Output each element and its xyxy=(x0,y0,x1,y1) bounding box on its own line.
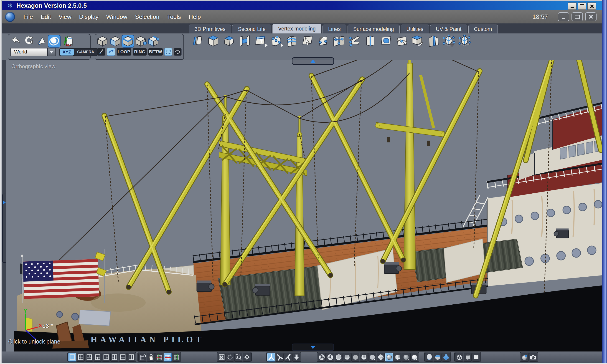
grid-snap-icon[interactable] xyxy=(164,353,172,362)
flat-sphere-icon[interactable] xyxy=(368,353,376,362)
wire-box-icon[interactable] xyxy=(455,353,463,362)
axis-y-view-icon[interactable] xyxy=(267,353,275,362)
tube-icon[interactable] xyxy=(464,353,472,362)
menu-help[interactable]: Help xyxy=(185,13,205,20)
smooth-minus-icon[interactable]: − xyxy=(458,34,471,48)
world-selector-value[interactable]: World xyxy=(11,48,48,56)
metaballs-icon[interactable] xyxy=(442,353,450,362)
lasso-select-icon[interactable] xyxy=(174,48,182,56)
wireframe-globe2-icon[interactable] xyxy=(326,353,334,362)
loop-insert-icon[interactable] xyxy=(285,34,299,48)
gray-sphere-icon[interactable] xyxy=(351,353,359,362)
wireframe-globe-icon[interactable] xyxy=(318,353,326,362)
collapse-top-handle[interactable] xyxy=(292,57,334,65)
menu-window[interactable]: Window xyxy=(102,13,131,20)
layout-two-top-one-bottom-icon[interactable] xyxy=(85,353,93,362)
plane-lock-hint[interactable]: Click to unlock plane xyxy=(8,338,60,345)
menu-selection[interactable]: Selection xyxy=(131,13,163,20)
smooth-object-icon[interactable] xyxy=(222,34,236,48)
bevel-icon[interactable] xyxy=(191,34,204,48)
tab-utilities[interactable]: Utilities xyxy=(401,25,429,33)
panel-minimize-icon[interactable] xyxy=(558,12,569,21)
title-bar[interactable]: ❄ Hexagon Version 2.5.0.5 xyxy=(2,1,602,10)
layout-vsplit-icon[interactable] xyxy=(127,353,135,362)
close-icon[interactable] xyxy=(587,2,596,10)
panel-close-icon[interactable] xyxy=(585,12,596,21)
center-view-icon[interactable] xyxy=(243,353,251,362)
xyz-toggle[interactable]: XYZ xyxy=(60,49,74,55)
grid-link-icon[interactable] xyxy=(138,353,146,362)
tweak-points-icon[interactable] xyxy=(269,34,283,48)
grid-lock-icon[interactable] xyxy=(147,353,155,362)
dense-wire-globe2-icon[interactable] xyxy=(360,353,368,362)
material-sphere-icon[interactable] xyxy=(521,353,529,362)
dynamic-geometry-sphere-icon[interactable] xyxy=(48,35,61,48)
tab-surface-modeling[interactable]: Surface modeling xyxy=(347,25,400,33)
dense-wire-globe-icon[interactable] xyxy=(343,353,351,362)
redo-icon[interactable] xyxy=(22,35,35,48)
menu-file[interactable]: File xyxy=(20,13,37,20)
world-dropdown-icon[interactable] xyxy=(48,48,55,56)
panels-icon[interactable] xyxy=(472,353,480,362)
select-arrow-icon[interactable] xyxy=(107,48,115,56)
select-object-cube-icon[interactable] xyxy=(96,35,109,48)
layout-hsplit-icon[interactable] xyxy=(119,353,127,362)
undo-icon[interactable] xyxy=(10,35,22,48)
sweep-surface-icon[interactable] xyxy=(301,34,314,48)
shaded-wire-sphere-icon[interactable] xyxy=(394,353,401,362)
collapse-left-handle[interactable] xyxy=(2,194,7,263)
select-face-cube-icon[interactable] xyxy=(109,35,121,48)
fold-edge-icon[interactable] xyxy=(426,34,440,48)
axis-tilt-right-icon[interactable] xyxy=(284,353,292,362)
grid-axes-icon[interactable] xyxy=(155,353,163,362)
tab-vertex-modeling[interactable]: Vertex modeling xyxy=(272,24,321,33)
patch-icon[interactable] xyxy=(379,34,393,48)
tab-3d-primitives[interactable]: 3D Primitives xyxy=(189,25,231,33)
rectangle-marquee-icon[interactable] xyxy=(164,48,172,56)
fan-smooth-icon[interactable] xyxy=(348,34,361,48)
rotate-face-icon[interactable] xyxy=(410,34,424,48)
layout-one-top-two-bottom-icon[interactable] xyxy=(93,353,102,362)
layout-single-icon[interactable] xyxy=(68,353,76,362)
menu-tools[interactable]: Tools xyxy=(163,13,185,20)
loop-button[interactable]: LOOP xyxy=(117,48,131,56)
wire-shaded-globe-icon[interactable] xyxy=(377,353,385,362)
betw-button[interactable]: BETW xyxy=(148,48,163,56)
menu-display[interactable]: Display xyxy=(75,13,102,20)
bridge-icon[interactable] xyxy=(238,34,251,48)
tab-second-life[interactable]: Second Life xyxy=(232,25,271,33)
select-edge-cube-icon[interactable] xyxy=(121,35,134,48)
minimize-icon[interactable] xyxy=(568,2,577,10)
tab-custom[interactable]: Custom xyxy=(468,25,498,33)
select-point-cube-icon[interactable] xyxy=(134,35,147,48)
ghost-mode-icon[interactable] xyxy=(61,35,73,48)
layout-quad-icon[interactable] xyxy=(77,353,85,362)
paint-select-brush-icon[interactable] xyxy=(97,48,105,56)
bounding-sphere-icon[interactable] xyxy=(335,353,343,362)
tab-lines[interactable]: Lines xyxy=(322,25,346,33)
open-bowl-icon[interactable] xyxy=(425,353,433,362)
ring-button[interactable]: RING xyxy=(133,48,147,56)
collapse-bottom-handle[interactable] xyxy=(292,344,334,351)
extrude-top-icon[interactable] xyxy=(206,34,220,48)
matte-sphere-icon[interactable] xyxy=(402,353,410,362)
axis-tilt-left-icon[interactable] xyxy=(276,353,284,362)
layout-two-left-one-right-icon[interactable] xyxy=(110,353,118,362)
layout-one-left-two-right-icon[interactable] xyxy=(102,353,110,362)
smooth-plus-icon[interactable]: + xyxy=(442,34,456,48)
select-multi-cube-icon[interactable] xyxy=(147,35,160,48)
camera-toggle[interactable]: CAMERA xyxy=(74,49,97,55)
camera-snapshot-icon[interactable] xyxy=(529,353,537,362)
tab-uv-paint[interactable]: UV & Paint xyxy=(430,25,467,33)
panel-maximize-icon[interactable] xyxy=(571,12,583,21)
axis-down-icon[interactable] xyxy=(292,353,300,362)
menu-edit[interactable]: Edit xyxy=(37,13,55,20)
extrude-face-icon[interactable] xyxy=(253,34,267,48)
validate-cone-icon[interactable] xyxy=(35,35,48,48)
world-selector[interactable]: World xyxy=(11,48,55,56)
snap-arrows-icon[interactable] xyxy=(395,34,409,48)
weld-points-icon[interactable] xyxy=(332,34,346,48)
fillet-icon[interactable] xyxy=(363,34,377,48)
bright-sphere-icon[interactable] xyxy=(410,353,418,362)
maximize-icon[interactable] xyxy=(578,2,586,10)
